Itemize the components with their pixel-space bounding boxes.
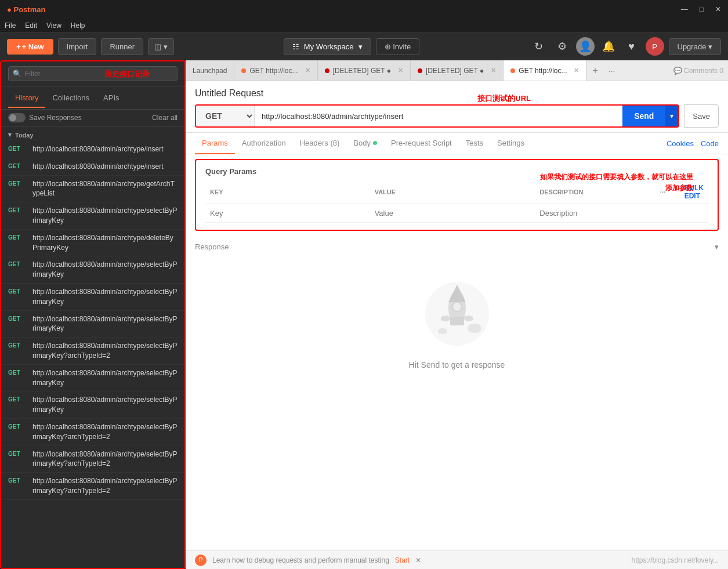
- history-item[interactable]: GET http://localhost:8080/admin/archtype…: [1, 419, 184, 446]
- menu-edit[interactable]: Edit: [25, 21, 37, 30]
- param-key-input[interactable]: [210, 209, 365, 218]
- runner-button[interactable]: Runner: [101, 38, 143, 55]
- req-tab-params[interactable]: Params: [195, 133, 235, 154]
- sync-icon[interactable]: ↻: [530, 37, 548, 56]
- workspace-selector[interactable]: ☷ My Workspace ▾: [284, 38, 371, 55]
- param-value-input[interactable]: [375, 209, 531, 218]
- req-tab-settings[interactable]: Settings: [490, 133, 531, 154]
- param-key-cell[interactable]: [205, 204, 370, 223]
- sidebar-search-area: 🔍: [1, 61, 184, 86]
- req-tab-tests[interactable]: Tests: [459, 133, 490, 154]
- upgrade-button[interactable]: Upgrade ▾: [669, 38, 721, 55]
- history-url: http://localhost:8080/admin/archtype/sel…: [32, 368, 178, 388]
- send-dropdown[interactable]: ▾: [665, 106, 678, 126]
- tab-more-button[interactable]: ···: [604, 66, 620, 75]
- req-tab-headers[interactable]: Headers (8): [293, 133, 347, 154]
- req-tab-prerequest[interactable]: Pre-request Script: [384, 133, 459, 154]
- code-link[interactable]: Code: [701, 139, 719, 148]
- history-item[interactable]: GET http://localhost:8080/admin/archtype…: [1, 256, 184, 284]
- tab-deleted-1[interactable]: [DELETED] GET ● ✕: [318, 60, 411, 81]
- req-tab-body[interactable]: Body: [346, 133, 384, 154]
- send-button[interactable]: Send: [622, 106, 665, 126]
- param-desc-cell[interactable]: [535, 204, 655, 223]
- app-logo: ● Postman: [7, 5, 45, 14]
- layout-button[interactable]: ◫ ▾: [148, 38, 174, 55]
- history-item[interactable]: GET http://localhost:8080/admin/archtype…: [1, 158, 184, 176]
- user-icon[interactable]: 👤: [576, 37, 595, 56]
- menu-view[interactable]: View: [46, 21, 61, 30]
- grid-icon: ☷: [292, 42, 299, 51]
- tab-get-1[interactable]: GET http://loc... ✕: [234, 60, 317, 81]
- history-item[interactable]: GET http://localhost:8080/admin/archtype…: [1, 311, 184, 338]
- maximize-btn[interactable]: □: [700, 5, 704, 13]
- method-select[interactable]: GET POST PUT DELETE: [196, 106, 255, 126]
- tab-get-active[interactable]: GET http://loc... ✕: [504, 60, 586, 81]
- new-button[interactable]: + + New: [7, 39, 53, 55]
- history-item[interactable]: GET http://localhost:8080/admin/archtype…: [1, 338, 184, 365]
- tab-close-1[interactable]: ✕: [305, 67, 310, 74]
- bulk-edit-header[interactable]: Bulk Edit: [680, 180, 708, 204]
- history-item[interactable]: GET http://localhost:8080/admin/archtype…: [1, 230, 184, 257]
- param-desc-input[interactable]: [539, 209, 650, 218]
- clear-all-button[interactable]: Clear all: [152, 114, 178, 122]
- tab-deleted-2[interactable]: [DELETED] GET ● ✕: [411, 60, 504, 81]
- search-icon: 🔍: [13, 70, 21, 78]
- save-button[interactable]: Save: [684, 104, 719, 128]
- req-tab-authorization[interactable]: Authorization: [235, 133, 293, 154]
- tab-close-d2[interactable]: ✕: [491, 67, 496, 74]
- method-badge: GET: [8, 234, 29, 241]
- method-badge: GET: [8, 369, 29, 376]
- close-btn[interactable]: ✕: [715, 5, 721, 13]
- method-badge: GET: [8, 423, 29, 430]
- tab-launchpad[interactable]: Launchpad: [186, 60, 234, 81]
- history-item[interactable]: GET http://localhost:8080/admin/archtype…: [1, 141, 184, 158]
- chevron-icon: ▾: [8, 131, 12, 139]
- method-badge: GET: [8, 146, 29, 152]
- import-button[interactable]: Import: [58, 38, 97, 55]
- history-item[interactable]: GET http://localhost:8080/admin/archtype…: [1, 446, 184, 473]
- save-responses-toggle-btn[interactable]: [8, 113, 26, 122]
- history-item[interactable]: GET http://localhost:8080/admin/archtype…: [1, 392, 184, 419]
- url-input[interactable]: [255, 106, 622, 126]
- bell-icon[interactable]: 🔔: [599, 37, 618, 56]
- method-badge: GET: [8, 288, 29, 295]
- response-chevron[interactable]: ▾: [715, 242, 719, 251]
- tab-close-d1[interactable]: ✕: [398, 67, 403, 74]
- toolbar: + + New Import Runner ◫ ▾ ☷ My Workspace…: [0, 32, 728, 60]
- history-item[interactable]: GET http://localhost:8080/admin/archtype…: [1, 284, 184, 311]
- bottom-bar-start-link[interactable]: Start: [395, 556, 410, 564]
- minimize-btn[interactable]: —: [681, 5, 688, 13]
- sidebar-tab-history[interactable]: History: [8, 89, 45, 108]
- request-subtabs: Params Authorization Headers (8) Body Pr…: [186, 133, 728, 154]
- tab-close-active[interactable]: ✕: [574, 67, 579, 74]
- history-item[interactable]: GET http://localhost:8080/admin/archtype…: [1, 365, 184, 392]
- menu-help[interactable]: Help: [71, 21, 85, 30]
- bottom-bar-close-icon[interactable]: ✕: [415, 556, 421, 564]
- menu-file[interactable]: File: [5, 21, 16, 30]
- comments-icon[interactable]: 💬 Comments 0: [673, 67, 723, 75]
- history-item[interactable]: GET http://localhost:8080/admin/archtype…: [1, 176, 184, 203]
- search-input[interactable]: [8, 66, 178, 81]
- history-url: http://localhost:8080/admin/archtype/ins…: [32, 144, 163, 154]
- method-badge: GET: [8, 163, 29, 169]
- settings-icon[interactable]: ⚙: [553, 37, 571, 56]
- history-url: http://localhost:8080/admin/archtype/sel…: [32, 476, 178, 496]
- param-value-cell[interactable]: [370, 204, 535, 223]
- heart-icon[interactable]: ♥: [622, 37, 641, 56]
- tabs-row: Launchpad GET http://loc... ✕ [DELETED] …: [186, 60, 728, 81]
- avatar-icon[interactable]: P: [646, 37, 664, 56]
- sidebar-tab-apis[interactable]: APIs: [96, 89, 126, 108]
- request-title: Untitled Request: [195, 88, 719, 99]
- tab-deleted-2-label: [DELETED] GET ●: [426, 67, 484, 75]
- sidebar-tab-collections[interactable]: Collections: [45, 89, 96, 108]
- history-item[interactable]: GET http://localhost:8080/admin/archtype…: [1, 473, 184, 500]
- history-url: http://localhost:8080/admin/archtype/sel…: [32, 260, 178, 280]
- history-item[interactable]: GET http://localhost:8080/admin/archtype…: [1, 202, 184, 230]
- chevron-down-icon: ▾: [358, 42, 363, 51]
- tab-add-button[interactable]: +: [586, 66, 603, 76]
- cookies-link[interactable]: Cookies: [667, 139, 694, 148]
- invite-button[interactable]: ⊕ Invite: [376, 38, 420, 55]
- history-url: http://localhost:8080/admin/archtype/sel…: [32, 395, 178, 415]
- history-url: http://localhost:8080/admin/archtype/get…: [32, 179, 178, 199]
- svg-point-6: [452, 302, 462, 311]
